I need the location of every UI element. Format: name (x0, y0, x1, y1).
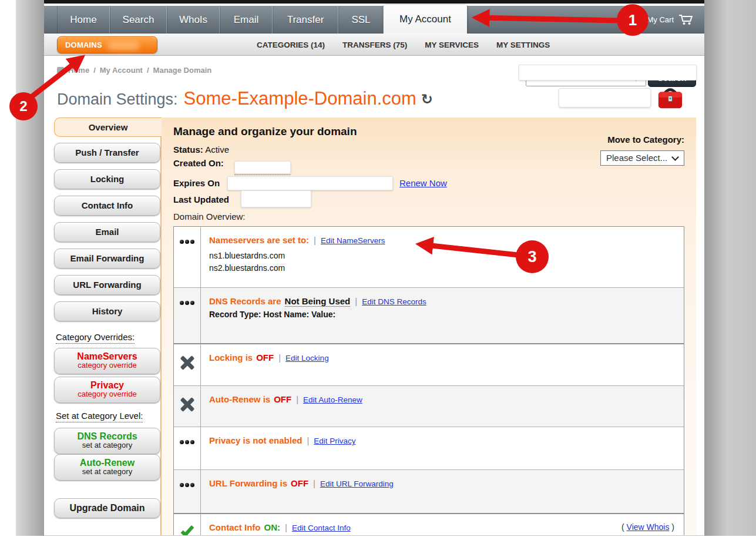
breadcrumb-my-account[interactable]: My Account (100, 66, 143, 75)
override-title: Privacy (55, 380, 160, 390)
category-overrides-label: Category Overrides: (56, 332, 135, 342)
page-title-label: Domain Settings: (57, 90, 178, 109)
cart-icon (678, 14, 694, 25)
override-subtitle: category override (55, 390, 160, 398)
row-title: Nameservers are set to: (209, 235, 309, 245)
status-label: Status: (173, 145, 203, 155)
row-title: URL Forwarding is (209, 478, 287, 488)
edit-dns-records-link[interactable]: Edit DNS Records (362, 297, 426, 306)
content-panel: Manage and organize your domain Status: … (160, 118, 696, 536)
subnav-tab-domains[interactable]: DOMAINS (57, 36, 157, 53)
table-row-dns-records: DNS Records are Not Being Used | Edit DN… (174, 287, 684, 343)
edit-locking-link[interactable]: Edit Locking (285, 354, 329, 363)
nav-tab-search[interactable]: Search (110, 6, 167, 33)
subnav-tab-my-services[interactable]: MY SERVICES (425, 41, 479, 49)
domain-overview-label: Domain Overview: (173, 212, 246, 222)
left-gutter (16, 0, 44, 536)
domain-name: Some-Example-Domain.com (184, 88, 416, 109)
table-row-auto-renew: Auto-Renew is OFF | Edit Auto-Renew (174, 385, 684, 427)
refresh-icon[interactable]: ↻ (421, 91, 433, 108)
category-title: DNS Records (55, 431, 160, 441)
sidebar-item-nameservers-override[interactable]: NameServers category override (54, 348, 160, 374)
screen: Home Search WhoIs Email Transfer SSL My … (0, 0, 756, 547)
sidebar-item-upgrade-domain[interactable]: Upgrade Domain (54, 498, 160, 518)
nav-tab-ssl[interactable]: SSL (338, 6, 384, 33)
created-on-line: Created On: (173, 158, 224, 168)
override-title: NameServers (55, 351, 160, 361)
pending-dots-icon (174, 227, 201, 287)
edit-contact-info-link[interactable]: Edit Contact Info (292, 523, 351, 532)
redaction-box-top (519, 65, 697, 80)
sidebar-item-dns-records-category[interactable]: DNS Records set at category (54, 428, 160, 454)
row-title: Locking is (209, 353, 253, 363)
sidebar-item-email[interactable]: Email (54, 222, 160, 242)
subnav-tab-my-settings[interactable]: MY SETTINGS (496, 41, 550, 49)
category-subtitle: set at category (55, 441, 160, 449)
expires-on-line: Expires On (173, 178, 220, 188)
move-to-category-label: Move to Category: (584, 135, 684, 145)
my-cart-button[interactable]: My Cart (647, 6, 694, 33)
subnav-tab-transfers[interactable]: TRANSFERS (75) (342, 41, 407, 49)
edit-privacy-link[interactable]: Edit Privacy (314, 437, 355, 445)
sidebar-item-overview[interactable]: Overview (54, 118, 162, 137)
table-row-nameservers: Nameservers are set to: | Edit NameServe… (174, 227, 684, 287)
sidebar-item-email-forwarding[interactable]: Email Forwarding (54, 249, 160, 269)
last-updated-line: Last Updated (173, 194, 229, 204)
sidebar-item-auto-renew-category[interactable]: Auto-Renew set at category (54, 454, 160, 481)
status-line: Status: Active (173, 145, 229, 155)
page-title: Domain Settings: Some-Example-Domain.com… (57, 88, 433, 109)
right-gutter (704, 0, 756, 536)
override-subtitle: category override (55, 361, 160, 370)
page: Home Search WhoIs Email Transfer SSL My … (44, 0, 704, 536)
top-black-strip (44, 0, 704, 4)
annotation-badge-1: 1 (617, 4, 649, 36)
pending-dots-icon (174, 470, 201, 513)
nav-tab-whois[interactable]: WhoIs (167, 6, 220, 33)
edit-auto-renew-link[interactable]: Edit Auto-Renew (303, 395, 362, 404)
x-off-icon (174, 386, 201, 427)
renew-now-link[interactable]: Renew Now (399, 178, 447, 188)
edit-nameservers-link[interactable]: Edit NameServers (321, 236, 385, 245)
edit-url-forwarding-link[interactable]: Edit URL Forwarding (320, 479, 394, 488)
annotation-badge-3: 3 (516, 240, 549, 273)
nav-tab-my-account[interactable]: My Account (384, 5, 467, 33)
nameserver-value: ns1.bluestardns.com (209, 250, 674, 262)
breadcrumb-sep: / (147, 66, 149, 75)
table-row-privacy: Privacy is not enabled | Edit Privacy (174, 427, 684, 469)
sidebar-item-url-forwarding[interactable]: URL Forwarding (54, 275, 160, 295)
breadcrumb-home[interactable]: Home (68, 66, 89, 75)
domain-overview-table: Nameservers are set to: | Edit NameServe… (173, 226, 684, 536)
sidebar-item-privacy-override[interactable]: Privacy category override (54, 377, 160, 403)
row-title: Privacy is not enabled (209, 435, 302, 445)
nav-tab-home[interactable]: Home (57, 6, 110, 33)
set-at-category-label: Set at Category Level: (56, 411, 143, 421)
my-cart-label: My Cart (647, 15, 674, 24)
move-to-category-select[interactable]: Please Select... (600, 150, 684, 166)
section-heading: Manage and organize your domain (173, 125, 357, 138)
row-status: OFF (256, 353, 274, 363)
view-whois-note: ( View Whois ) (621, 522, 674, 532)
row-status: OFF (274, 394, 291, 404)
sidebar-item-contact-info[interactable]: Contact Info (54, 196, 160, 216)
chevron-down-icon (671, 153, 679, 161)
nav-tab-transfer[interactable]: Transfer (273, 6, 338, 33)
toolbox-icon[interactable] (657, 85, 684, 111)
redaction-box-expires-date (227, 176, 393, 190)
main-navbar: Home Search WhoIs Email Transfer SSL My … (44, 6, 704, 33)
subnav-tab-categories[interactable]: CATEGORIES (14) (257, 41, 325, 49)
nav-tab-email[interactable]: Email (220, 6, 273, 33)
row-title: DNS Records are (209, 296, 281, 306)
nameserver-value: ns2.bluestardns.com (209, 262, 674, 274)
category-subtitle: set at category (55, 468, 160, 476)
select-value: Please Select... (606, 153, 667, 163)
row-status: Not Being Used (285, 296, 351, 307)
home-icon (57, 67, 64, 73)
breadcrumb: Home / My Account / Manage Domain (57, 66, 211, 75)
subnav-items: CATEGORIES (14) TRANSFERS (75) MY SERVIC… (207, 33, 550, 56)
view-whois-link[interactable]: View Whois (627, 522, 670, 532)
sidebar-item-history[interactable]: History (54, 301, 160, 321)
category-title: Auto-Renew (55, 458, 160, 468)
sidebar-item-locking[interactable]: Locking (54, 169, 160, 189)
breadcrumb-sep: / (93, 66, 96, 75)
sidebar-item-push-transfer[interactable]: Push / Transfer (54, 143, 160, 163)
